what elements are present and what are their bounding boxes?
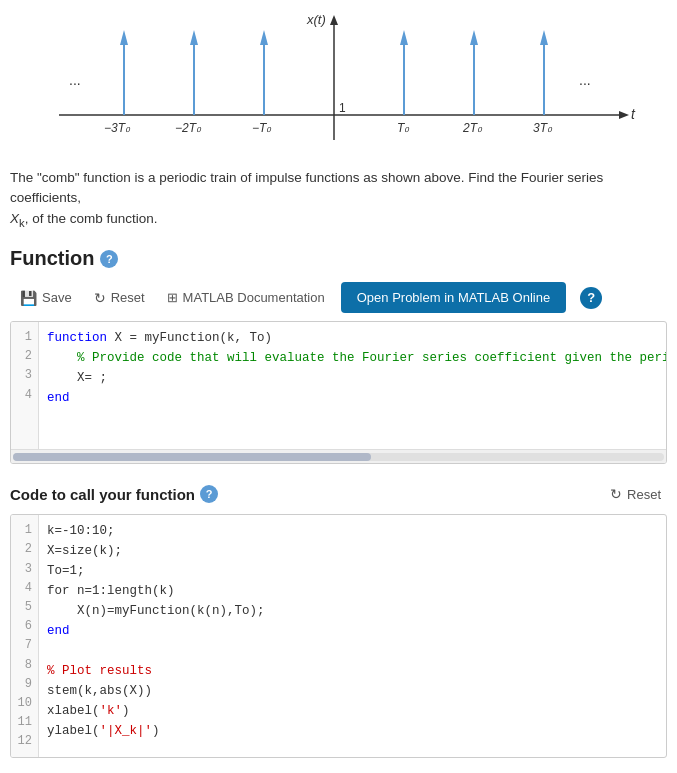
matlab-docs-button[interactable]: ⊞ MATLAB Documentation — [161, 286, 331, 309]
svg-marker-8 — [120, 30, 128, 45]
comb-graph-svg: t x(t) 1 −3T₀ −2T₀ −T₀ ... — [39, 10, 639, 155]
matlab-docs-icon: ⊞ — [167, 290, 178, 305]
function-toolbar: 💾 Save ↻ Reset ⊞ MATLAB Documentation Op… — [10, 282, 667, 313]
function-section-heading: Function ? — [10, 247, 667, 270]
call-line-numbers: 1 2 3 4 5 6 7 8 9 10 11 12 — [11, 515, 39, 757]
call-section-header: Code to call your function ? ↻ Reset — [10, 482, 667, 506]
call-reset-icon: ↻ — [610, 486, 622, 502]
function-line-numbers: 1 2 3 4 — [11, 322, 39, 449]
svg-marker-14 — [260, 30, 268, 45]
call-section-heading-text: Code to call your function — [10, 486, 195, 503]
function-scrollbar[interactable] — [11, 449, 666, 463]
function-help-icon[interactable]: ? — [100, 250, 118, 268]
call-help-icon[interactable]: ? — [200, 485, 218, 503]
svg-marker-18 — [400, 30, 408, 45]
svg-text:t: t — [631, 106, 636, 122]
open-matlab-button[interactable]: Open Problem in MATLAB Online — [341, 282, 566, 313]
svg-marker-1 — [619, 111, 629, 119]
svg-text:...: ... — [69, 72, 81, 88]
reset-icon: ↻ — [94, 290, 106, 306]
reset-button[interactable]: ↻ Reset — [88, 286, 151, 310]
svg-marker-24 — [540, 30, 548, 45]
reset-label: Reset — [111, 290, 145, 305]
save-label: Save — [42, 290, 72, 305]
call-section-title: Code to call your function ? — [10, 485, 218, 503]
svg-text:...: ... — [579, 72, 591, 88]
svg-text:x(t): x(t) — [306, 12, 326, 27]
save-icon: 💾 — [20, 290, 37, 306]
svg-marker-4 — [330, 15, 338, 25]
function-heading-text: Function — [10, 247, 94, 270]
function-code-content[interactable]: function X = myFunction(k, To) % Provide… — [39, 322, 666, 449]
svg-marker-11 — [190, 30, 198, 45]
svg-text:2T₀: 2T₀ — [462, 121, 483, 135]
call-reset-label: Reset — [627, 487, 661, 502]
problem-description: The "comb" function is a periodic train … — [10, 168, 667, 231]
svg-marker-21 — [470, 30, 478, 45]
svg-text:−2T₀: −2T₀ — [175, 121, 202, 135]
svg-text:3T₀: 3T₀ — [533, 121, 553, 135]
comb-graph-container: t x(t) 1 −3T₀ −2T₀ −T₀ ... — [10, 0, 667, 160]
toolbar-help-icon[interactable]: ? — [580, 287, 602, 309]
call-code-content[interactable]: k=-10:10; X=size(k); To=1; for n=1:lengt… — [39, 515, 666, 757]
function-code-editor[interactable]: 1 2 3 4 function X = myFunction(k, To) %… — [10, 321, 667, 464]
function-scrollbar-track[interactable] — [13, 453, 664, 461]
svg-text:1: 1 — [339, 101, 346, 115]
function-scrollbar-thumb — [13, 453, 371, 461]
save-button[interactable]: 💾 Save — [14, 286, 78, 310]
svg-text:−3T₀: −3T₀ — [104, 121, 131, 135]
call-code-editor[interactable]: 1 2 3 4 5 6 7 8 9 10 11 12 k=-10:10; X=s… — [10, 514, 667, 758]
svg-text:−T₀: −T₀ — [252, 121, 272, 135]
svg-text:T₀: T₀ — [397, 121, 410, 135]
matlab-docs-label: MATLAB Documentation — [183, 290, 325, 305]
call-reset-button[interactable]: ↻ Reset — [604, 482, 667, 506]
